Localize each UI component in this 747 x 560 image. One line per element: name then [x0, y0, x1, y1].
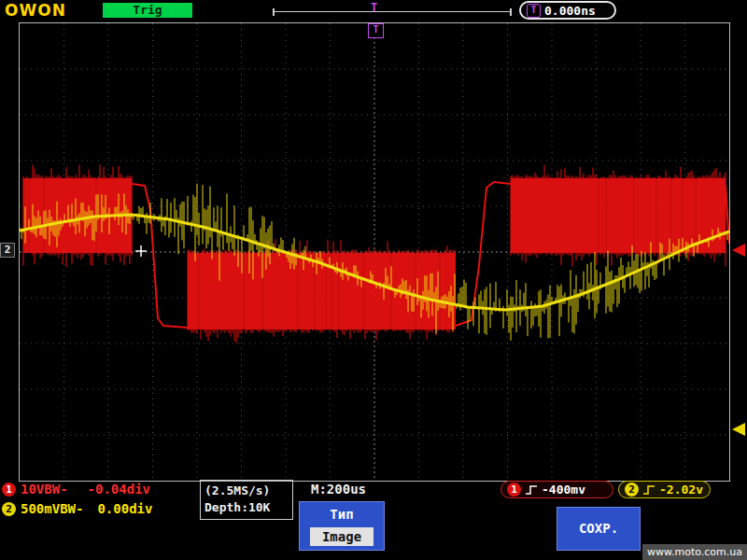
owon-logo: OWON — [5, 1, 66, 20]
menu-type-button[interactable]: Тип Image — [299, 501, 385, 551]
ch1-scale-label: 10VBW- — [21, 482, 68, 497]
trig-status-badge: Trig — [103, 3, 192, 18]
menu-type-value[interactable]: Image — [310, 527, 374, 546]
save-button[interactable]: СОХР. — [557, 507, 641, 551]
trigger-position-marker: T — [371, 1, 377, 14]
ch2-trigger-level-box: 2 -2.02v — [618, 481, 711, 498]
trigger-time-display: T 0.000ns — [519, 1, 616, 20]
ch1-trigger-badge: 1 — [507, 483, 521, 497]
ch2-trigger-level-value: -2.02v — [659, 483, 703, 497]
waveform-display-area — [19, 22, 730, 482]
ch2-scale-label: 500mVBW- — [21, 501, 83, 516]
trigger-time-value: 0.000ns — [544, 4, 596, 18]
rising-edge-icon — [525, 484, 538, 496]
ch1-trigger-level-box: 1 -400mv — [500, 481, 613, 498]
oscilloscope-screen: OWON Trig T T 0.000ns T 2 1 10VBW- -0.04… — [0, 0, 747, 560]
memory-depth-value: Depth:10K — [204, 499, 289, 516]
trigger-t-icon: T — [527, 4, 541, 18]
acquisition-info-box: (2.5MS/s) Depth:10K — [200, 480, 293, 520]
ch2-offset-value: 0.00div — [97, 501, 152, 516]
ch1-level-marker-icon — [732, 244, 745, 257]
ch2-info-row: 2 500mVBW- 0.00div — [2, 501, 152, 516]
sample-rate-value: (2.5MS/s) — [204, 483, 289, 499]
horizontal-position-bar — [273, 11, 512, 20]
ch2-badge: 2 — [2, 502, 16, 516]
ch1-trigger-level-value: -400mv — [542, 483, 585, 497]
timebase-value: M:200us — [311, 482, 366, 497]
watermark: www.moto.com.ua — [642, 544, 747, 560]
trigger-horizontal-marker: T — [368, 23, 384, 38]
ch2-ground-marker: 2 — [0, 243, 15, 258]
ch2-trigger-badge: 2 — [625, 483, 639, 497]
ch1-badge: 1 — [2, 483, 16, 497]
ch1-offset-value: -0.04div — [88, 482, 150, 497]
ch2-trigger-level-marker-icon — [732, 423, 745, 436]
menu-type-label: Тип — [300, 507, 384, 522]
rising-edge-icon — [642, 484, 655, 496]
ch1-info-row: 1 10VBW- -0.04div — [2, 482, 150, 497]
waveform-svg — [20, 23, 729, 481]
